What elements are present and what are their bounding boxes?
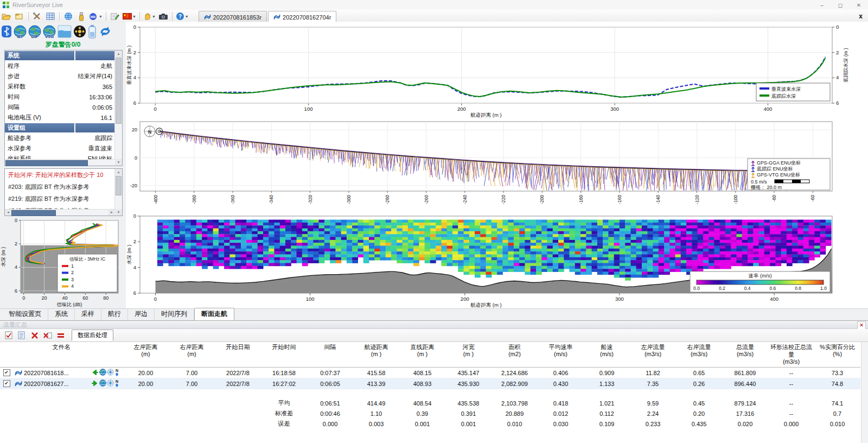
column-header-file[interactable]: 文件名	[0, 342, 123, 368]
matrix-table-icon[interactable]	[44, 11, 56, 22]
dif-status-icon[interactable]: DIF	[28, 25, 41, 38]
delete-x-icon[interactable]	[29, 330, 41, 341]
svg-text:1: 1	[71, 263, 74, 269]
column-header[interactable]: 船速(m/s)	[584, 342, 630, 368]
column-header[interactable]: 环形法校正总流量(m3/s)	[768, 342, 814, 368]
refresh-icon[interactable]	[98, 24, 112, 39]
folders-icon[interactable]	[14, 11, 25, 22]
svg-text:-340: -340	[269, 195, 274, 204]
column-header[interactable]: 平均速率(m/s)	[538, 342, 584, 368]
system-panel-scrollbar[interactable]: ▲ ▼	[114, 50, 122, 166]
riversurveyor-window: RiverSurveyor Live – ◻ ✕ MB▼ ▼ ▼ ?▼ 2022…	[0, 0, 868, 443]
svg-text:-180: -180	[578, 195, 584, 204]
report-doc-icon[interactable]	[16, 330, 28, 341]
column-header[interactable]: 左岸流量(m3/s)	[630, 342, 676, 368]
battery-icon[interactable]	[88, 24, 97, 39]
svg-text:垂直波束水深 (m ): 垂直波束水深 (m )	[126, 46, 132, 85]
select-samples-icon[interactable]	[3, 330, 15, 341]
column-header[interactable]: 开始时间	[261, 342, 307, 368]
minimize-button[interactable]: –	[813, 0, 831, 10]
column-header[interactable]: 直线距离(m )	[399, 342, 445, 368]
water-level-icon[interactable]	[58, 25, 72, 38]
flow-value: 0.65	[676, 368, 722, 378]
view-tab-时间序列[interactable]: 时间序列	[155, 308, 194, 320]
row-checkbox[interactable]: ✔	[3, 380, 10, 387]
scroll-right-icon[interactable]: ►	[108, 210, 115, 216]
svg-text:-280: -280	[385, 195, 390, 204]
flow-summary-row: 误差0.0000.0030.0010.0010.0100.0300.1090.2…	[0, 419, 860, 429]
subtract-rows-icon[interactable]	[55, 330, 67, 341]
column-header[interactable]: 航迹距离(m )	[353, 342, 399, 368]
flow-panel-close-icon[interactable]: ✕	[857, 321, 866, 330]
flow-value: 0.406	[538, 368, 584, 378]
system-row: 时间16:33:06	[5, 92, 115, 102]
flow-table-row[interactable]: ✔202207081618...N20.007.002022/7/816:18:…	[0, 368, 860, 378]
svg-text:栅格： 20.0 m: 栅格： 20.0 m	[750, 185, 782, 190]
system-row: 电池电压 (V)16.1	[5, 112, 115, 123]
scroll-left-icon[interactable]: ◄	[5, 210, 11, 216]
column-header[interactable]: 右岸流量(m3/s)	[676, 342, 722, 368]
gps-globe-icon	[99, 369, 106, 377]
sidebar: BT DIF VTG 罗盘警告0/0 系统程序走航步进结束河岸(14)采样数36…	[0, 23, 126, 308]
flow-value: 2022/7/8	[215, 378, 261, 389]
system-row: 程序走航	[5, 61, 115, 71]
file-tab-20220708162704r[interactable]: 20220708162704r	[268, 11, 336, 23]
help-icon[interactable]: ?▼	[175, 11, 189, 22]
flow-value: 20.00	[123, 368, 169, 378]
status-icon-bar: BT DIF VTG	[1, 23, 125, 40]
close-document-button[interactable]: x	[859, 12, 863, 20]
open-file-icon[interactable]	[1, 11, 12, 22]
post-process-tab[interactable]: 数据后处理	[72, 330, 113, 341]
language-flag-icon[interactable]: ▼	[122, 11, 137, 22]
svg-text:0.8: 0.8	[795, 286, 801, 291]
warning-scrollbar[interactable]: ▲ ▼	[114, 169, 122, 216]
maximize-button[interactable]: ◻	[831, 0, 850, 10]
edit-annotations-icon[interactable]	[109, 11, 121, 22]
row-checkbox[interactable]: ✔	[3, 369, 10, 376]
column-header[interactable]: 总流量(m3/s)	[722, 342, 768, 368]
column-header[interactable]: 间隔	[307, 342, 353, 368]
view-tab-采样[interactable]: 采样	[75, 308, 101, 320]
column-header[interactable]: 开始日期	[215, 342, 261, 368]
system-panel-hscrollbar[interactable]	[5, 159, 115, 166]
scroll-up-icon[interactable]: ▲	[115, 169, 122, 175]
depth-profile-chart: 010020030040000224466航迹距离 (m )垂直波束水深 (m …	[126, 22, 868, 118]
svg-text:水深 (m ): 水深 (m )	[126, 245, 132, 265]
column-header[interactable]: 右岸距离(m)	[169, 342, 215, 368]
scroll-down-icon[interactable]: ▼	[115, 159, 122, 166]
flow-value: 408.93	[399, 378, 445, 389]
svg-text:4: 4	[133, 74, 136, 80]
flow-value: 16:27:02	[261, 378, 307, 389]
scroll-up-icon[interactable]: ▲	[115, 50, 122, 57]
view-tab-系统[interactable]: 系统	[48, 308, 75, 320]
flow-table-scrollbar[interactable]	[861, 342, 868, 443]
vtg-status-icon[interactable]: VTG	[43, 25, 56, 38]
bluetooth-icon[interactable]	[1, 24, 12, 39]
flow-table-row[interactable]: ✔202207081627...N20.007.002022/7/816:27:…	[0, 378, 860, 389]
scroll-down-icon[interactable]: ▼	[115, 209, 122, 216]
bt-status-icon[interactable]: BT	[14, 25, 27, 38]
view-tab-航行[interactable]: 航行	[101, 308, 128, 320]
column-header[interactable]: 面积(m2)	[492, 342, 538, 368]
gps-globe-icon	[99, 379, 106, 388]
column-header[interactable]: 河宽(m )	[445, 342, 492, 368]
column-header[interactable]: %实测百分比(%)	[814, 342, 860, 368]
snapshot-camera-icon[interactable]	[157, 11, 169, 22]
file-tab-20220708161853r[interactable]: 20220708161853r	[199, 11, 267, 23]
usb-device-icon[interactable]	[75, 11, 87, 22]
view-tab-断面走航[interactable]: 断面走航	[194, 308, 234, 320]
globe-online-icon[interactable]	[62, 11, 74, 22]
pan-hand-icon[interactable]: ▼	[143, 11, 156, 22]
delete-doc-icon[interactable]	[42, 330, 54, 341]
tools-settings-icon[interactable]	[31, 11, 43, 22]
view-tab-岸边[interactable]: 岸边	[128, 308, 155, 320]
column-header[interactable]: 左岸距离(m)	[123, 342, 169, 368]
beam-ball-icon[interactable]	[73, 25, 86, 38]
warning-hscrollbar[interactable]: ◄ ►	[5, 209, 115, 216]
flow-value: 0:06:05	[307, 378, 353, 389]
view-tab-智能设置页[interactable]: 智能设置页	[2, 308, 48, 320]
recorder-mb-icon[interactable]: MB▼	[88, 11, 103, 22]
close-button[interactable]: ✕	[850, 0, 868, 10]
flow-summary-titlebar[interactable]: 流量汇总 ✕	[0, 321, 868, 329]
ship-track-chart: -400-380-360-340-320-300-280-260-240-220…	[126, 118, 868, 212]
